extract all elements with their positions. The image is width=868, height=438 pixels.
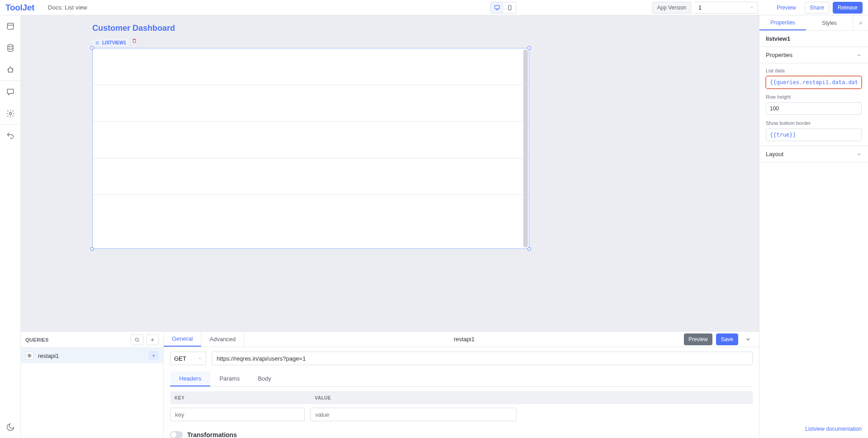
search-queries-button[interactable] xyxy=(131,334,143,345)
list-row xyxy=(93,158,529,195)
canvas[interactable]: Customer Dashboard LISTVIEW1 xyxy=(21,15,759,331)
svg-rect-2 xyxy=(7,23,13,29)
desktop-icon xyxy=(494,5,500,11)
list-row xyxy=(93,195,529,232)
widget-tag[interactable]: LISTVIEW1 xyxy=(92,39,129,46)
app-header: ToolJet Docs: List view App Version 1 Pr… xyxy=(0,0,868,15)
app-version-select[interactable]: 1 xyxy=(695,2,758,14)
mobile-icon xyxy=(507,5,513,11)
query-list-item[interactable]: restapi1 xyxy=(21,348,163,363)
inspector-panel: Properties Styles listview1 Properties L… xyxy=(759,15,868,438)
query-name-display[interactable]: restapi1 xyxy=(244,332,684,347)
header-value-input[interactable] xyxy=(310,408,517,421)
rest-api-icon xyxy=(25,352,33,360)
resize-handle[interactable] xyxy=(527,247,531,251)
app-version-label: App Version xyxy=(652,2,692,14)
rail-settings-button[interactable] xyxy=(0,103,21,124)
chevron-down-icon xyxy=(749,5,754,11)
moon-icon xyxy=(6,423,15,432)
query-preview-button[interactable]: Preview xyxy=(684,333,712,345)
dashboard-title: Customer Dashboard xyxy=(92,24,543,33)
transformations-toggle[interactable] xyxy=(170,431,183,438)
kv-head-key: KEY xyxy=(170,395,310,400)
app-version-value: 1 xyxy=(698,5,702,11)
sub-tab-body[interactable]: Body xyxy=(249,371,280,386)
rail-inspector-button[interactable] xyxy=(0,15,21,37)
kv-header: KEY VALUE xyxy=(170,391,753,404)
url-input[interactable] xyxy=(212,352,753,365)
svg-point-6 xyxy=(135,338,138,341)
section-properties-label: Properties xyxy=(766,52,792,58)
listview-widget[interactable] xyxy=(92,48,529,249)
rail-datasources-button[interactable] xyxy=(0,37,21,59)
rail-undo-button[interactable] xyxy=(0,125,21,147)
documentation-link[interactable]: Listview documentation xyxy=(805,426,862,432)
database-icon xyxy=(6,43,15,52)
widget-tag-label: LISTVIEW1 xyxy=(102,40,126,45)
query-name: restapi1 xyxy=(38,352,59,359)
sub-tab-params[interactable]: Params xyxy=(210,371,249,386)
add-query-button[interactable] xyxy=(146,334,159,345)
page-title: Docs: List view xyxy=(48,4,87,11)
rail-debugger-button[interactable] xyxy=(0,59,21,81)
svg-point-5 xyxy=(9,113,11,115)
play-icon xyxy=(152,354,156,357)
list-row xyxy=(93,85,529,122)
viewport-toggle-group xyxy=(490,2,652,14)
list-row xyxy=(93,122,529,158)
close-inspector-button[interactable] xyxy=(853,15,868,30)
query-tab-advanced[interactable]: Advanced xyxy=(201,332,244,347)
bug-icon xyxy=(6,65,15,74)
http-method-select[interactable]: GET xyxy=(170,352,206,365)
close-icon xyxy=(858,20,863,26)
component-name[interactable]: listview1 xyxy=(759,31,868,47)
run-query-button[interactable] xyxy=(149,351,159,360)
row-height-input[interactable] xyxy=(766,102,862,115)
preview-button[interactable]: Preview xyxy=(772,2,801,14)
section-layout-head[interactable]: Layout xyxy=(759,146,868,162)
panel-icon xyxy=(6,22,15,31)
comment-icon xyxy=(6,87,15,96)
transformations-label: Transformations xyxy=(187,431,237,438)
show-border-input[interactable] xyxy=(766,129,862,141)
share-button[interactable]: Share xyxy=(805,2,829,14)
chevron-down-icon xyxy=(745,336,751,343)
resize-handle[interactable] xyxy=(90,46,94,50)
chevron-up-icon xyxy=(856,52,862,58)
section-layout-label: Layout xyxy=(766,151,783,157)
svg-rect-0 xyxy=(494,5,499,9)
http-method-value: GET xyxy=(174,355,186,362)
gear-icon xyxy=(6,109,15,118)
query-tab-general[interactable]: General xyxy=(164,332,201,347)
release-button[interactable]: Release xyxy=(833,2,863,14)
rail-theme-button[interactable] xyxy=(0,416,21,438)
inspector-tab-properties[interactable]: Properties xyxy=(759,15,806,30)
list-row xyxy=(93,48,529,85)
collapse-queries-button[interactable] xyxy=(742,333,754,345)
rail-comments-button[interactable] xyxy=(0,81,21,103)
viewport-desktop-button[interactable] xyxy=(491,2,503,13)
queries-panel: QUERIES restapi1 General Advanced restap… xyxy=(21,331,759,438)
listview-icon xyxy=(95,41,100,45)
resize-handle[interactable] xyxy=(90,247,94,251)
row-height-label: Row height xyxy=(766,94,862,100)
list-data-label: List data xyxy=(766,68,862,73)
resize-handle[interactable] xyxy=(527,46,531,50)
queries-title: QUERIES xyxy=(25,337,49,343)
list-data-input[interactable] xyxy=(766,76,862,89)
delete-widget-button[interactable] xyxy=(132,37,137,45)
svg-point-3 xyxy=(8,45,13,47)
undo-icon xyxy=(6,131,15,140)
section-properties-head[interactable]: Properties xyxy=(759,47,868,63)
show-border-label: Show bottom border xyxy=(766,120,862,126)
chevron-down-icon xyxy=(856,152,862,157)
query-save-button[interactable]: Save xyxy=(716,333,738,345)
sub-tab-headers[interactable]: Headers xyxy=(170,371,210,386)
chevron-down-icon xyxy=(198,355,202,362)
viewport-mobile-button[interactable] xyxy=(503,2,516,13)
inspector-tab-styles[interactable]: Styles xyxy=(806,15,853,30)
left-rail xyxy=(0,15,21,438)
listview-scrollbar[interactable] xyxy=(523,49,528,248)
header-key-input[interactable] xyxy=(170,408,305,421)
plus-icon xyxy=(150,337,155,343)
